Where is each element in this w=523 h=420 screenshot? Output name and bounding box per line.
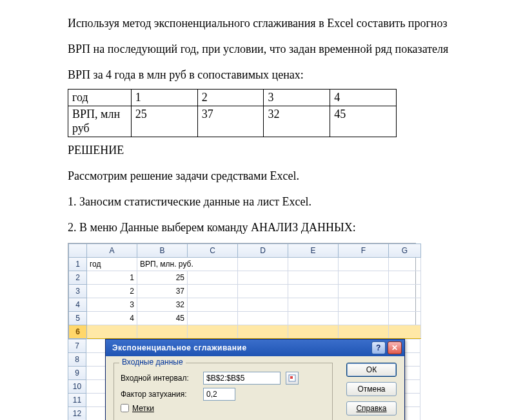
col-header-B[interactable]: B bbox=[137, 243, 188, 257]
row-header-1[interactable]: 1 bbox=[69, 257, 87, 271]
row-5: 5 4 45 bbox=[69, 311, 421, 325]
cell-C4[interactable] bbox=[188, 298, 238, 311]
cell-B3[interactable]: 37 bbox=[137, 284, 188, 298]
cell-A2[interactable]: 1 bbox=[87, 271, 137, 284]
svg-rect-1 bbox=[290, 376, 293, 379]
cell-D1[interactable] bbox=[238, 257, 288, 271]
help-icon[interactable]: ? bbox=[371, 341, 386, 354]
solution-block: РЕШЕНИЕ Рассмотрим решение задачи средст… bbox=[68, 138, 462, 239]
row-header-2[interactable]: 2 bbox=[69, 271, 87, 284]
row-4: 4 3 32 bbox=[69, 298, 421, 311]
row-header-4[interactable]: 4 bbox=[69, 298, 87, 311]
cell-D6[interactable] bbox=[238, 325, 288, 338]
table-header-3: 3 bbox=[264, 90, 330, 106]
cell-D4[interactable] bbox=[238, 298, 288, 311]
row-header-3[interactable]: 3 bbox=[69, 284, 87, 298]
cell-A6[interactable] bbox=[87, 325, 137, 338]
corner-cell[interactable] bbox=[69, 243, 87, 257]
dialog-title-text: Экспоненциальное сглаживание bbox=[112, 343, 371, 352]
row-header-6[interactable]: 6 bbox=[69, 325, 87, 338]
cancel-button[interactable]: Отмена bbox=[346, 382, 397, 396]
cell-F3[interactable] bbox=[339, 284, 389, 298]
problem-line-3: ВРП за 4 года в млн руб в сопоставимых ц… bbox=[68, 63, 462, 86]
col-header-D[interactable]: D bbox=[238, 243, 288, 257]
cell-G3[interactable] bbox=[389, 284, 421, 298]
cell-E6[interactable] bbox=[288, 325, 339, 338]
row-header-10[interactable]: 10 bbox=[68, 379, 86, 393]
cell-B1[interactable]: ВРП, млн. руб. bbox=[137, 257, 238, 271]
row-header-12[interactable]: 12 bbox=[68, 406, 86, 420]
solution-line-1: Рассмотрим решение задачи средствами Exc… bbox=[68, 164, 462, 187]
cell-C3[interactable] bbox=[188, 284, 238, 298]
table-header-4: 4 bbox=[330, 90, 397, 106]
row-header-5[interactable]: 5 bbox=[69, 311, 87, 325]
dialog-titlebar[interactable]: Экспоненциальное сглаживание ? ✕ bbox=[106, 339, 404, 356]
cell-G5[interactable] bbox=[389, 311, 421, 325]
row-2: 2 1 25 bbox=[69, 271, 421, 284]
exponential-smoothing-dialog: Экспоненциальное сглаживание ? ✕ ОК Отме… bbox=[105, 339, 405, 421]
cell-F1[interactable] bbox=[339, 257, 389, 271]
cell-A5[interactable]: 4 bbox=[87, 311, 137, 325]
row-6: 6 bbox=[69, 325, 421, 338]
cell-A1[interactable]: год bbox=[87, 257, 137, 271]
input-range-ref-icon[interactable] bbox=[286, 372, 299, 385]
column-header-row: A B C D E F G bbox=[69, 243, 421, 257]
cell-D5[interactable] bbox=[238, 311, 288, 325]
col-header-C[interactable]: C bbox=[188, 243, 238, 257]
col-header-F[interactable]: F bbox=[339, 243, 389, 257]
table-header-1: 1 bbox=[131, 90, 197, 106]
table-val-3: 32 bbox=[264, 106, 330, 137]
cell-F6[interactable] bbox=[339, 325, 389, 338]
cell-D3[interactable] bbox=[238, 284, 288, 298]
problem-statement: Используя метод экспоненциального сглажи… bbox=[68, 12, 462, 86]
solution-line-2: 1. Заносим статистические данные на лист… bbox=[68, 190, 462, 213]
ok-button[interactable]: ОК bbox=[346, 363, 397, 377]
cell-A3[interactable]: 2 bbox=[87, 284, 137, 298]
col-header-E[interactable]: E bbox=[288, 243, 339, 257]
help-button[interactable]: Справка bbox=[346, 401, 397, 415]
cell-E1[interactable] bbox=[288, 257, 339, 271]
excel-grid: A B C D E F G 1 год ВРП, млн. руб. 2 1 2 bbox=[68, 243, 416, 339]
table-val-1: 25 bbox=[131, 106, 197, 137]
cell-G1[interactable] bbox=[389, 257, 421, 271]
cell-E2[interactable] bbox=[288, 271, 339, 284]
cell-G2[interactable] bbox=[389, 271, 421, 284]
cell-E3[interactable] bbox=[288, 284, 339, 298]
damping-field[interactable] bbox=[203, 388, 235, 401]
cell-B6[interactable] bbox=[137, 325, 188, 338]
labels-checkbox-input[interactable] bbox=[121, 404, 129, 412]
cell-B4[interactable]: 32 bbox=[137, 298, 188, 311]
group-input-legend: Входные данные bbox=[119, 358, 186, 367]
cell-B5[interactable]: 45 bbox=[137, 311, 188, 325]
labels-checkbox[interactable]: Метки bbox=[121, 404, 154, 413]
cell-F2[interactable] bbox=[339, 271, 389, 284]
cell-G4[interactable] bbox=[389, 298, 421, 311]
row-header-8[interactable]: 8 bbox=[68, 352, 86, 366]
cell-F5[interactable] bbox=[339, 311, 389, 325]
table-rowlabel: ВРП, млн руб bbox=[68, 106, 132, 137]
table-val-2: 37 bbox=[197, 106, 264, 137]
cell-E4[interactable] bbox=[288, 298, 339, 311]
col-header-A[interactable]: A bbox=[87, 243, 137, 257]
table-header-2: 2 bbox=[197, 90, 264, 106]
cell-C6[interactable] bbox=[188, 325, 238, 338]
cell-E5[interactable] bbox=[288, 311, 339, 325]
cell-G6[interactable] bbox=[389, 325, 421, 338]
cell-C2[interactable] bbox=[188, 271, 238, 284]
cell-B2[interactable]: 25 bbox=[137, 271, 188, 284]
cell-F4[interactable] bbox=[339, 298, 389, 311]
table-header-year: год bbox=[68, 90, 132, 106]
help-button-label: Справка bbox=[356, 404, 386, 413]
col-header-G[interactable]: G bbox=[389, 243, 421, 257]
close-icon[interactable]: ✕ bbox=[388, 341, 402, 354]
row-header-9[interactable]: 9 bbox=[68, 366, 86, 379]
row-header-11[interactable]: 11 bbox=[68, 393, 86, 406]
cell-C5[interactable] bbox=[188, 311, 238, 325]
cell-A4[interactable]: 3 bbox=[87, 298, 137, 311]
input-range-field[interactable] bbox=[203, 372, 281, 385]
row-header-7[interactable]: 7 bbox=[68, 339, 86, 352]
solution-line-3: 2. В меню Данные выберем команду АНАЛИЗ … bbox=[68, 216, 462, 239]
input-range-label: Входной интервал: bbox=[121, 374, 198, 383]
cell-D2[interactable] bbox=[238, 271, 288, 284]
row-3: 3 2 37 bbox=[69, 284, 421, 298]
